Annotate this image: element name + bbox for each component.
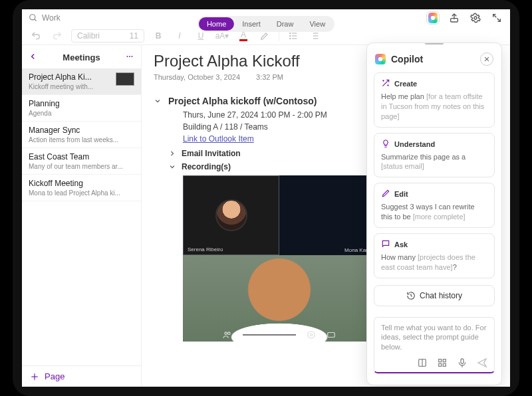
add-page-label: Page: [45, 371, 65, 381]
page-item[interactable]: East Coast TeamMany of our team members …: [22, 148, 141, 175]
svg-point-0: [30, 15, 35, 20]
page-item[interactable]: Manager SyncAction items from last weeks…: [22, 122, 141, 148]
share-icon: [449, 13, 460, 23]
card-body: Summarize this page as a [status email]: [381, 152, 487, 172]
ribbon-tabs: HomeInsertDrawView: [198, 16, 334, 32]
card-body: How many [projects does the east coast t…: [381, 252, 487, 272]
copilot-icon: [375, 54, 386, 64]
share-button[interactable]: [448, 11, 461, 25]
section-title: Meetings: [43, 52, 120, 62]
page-item-subtitle: Mona to lead Project Alpha ki...: [29, 189, 134, 197]
search-icon: [29, 13, 38, 23]
font-style-button[interactable]: aA▾: [215, 31, 229, 41]
add-page-button[interactable]: Page: [22, 365, 141, 387]
chevron-down-icon: [154, 97, 162, 105]
svg-rect-29: [439, 359, 442, 362]
page-item-subtitle: Many of our team members ar...: [29, 163, 134, 170]
page-item-subtitle: Kickoff meeting with...: [29, 83, 112, 90]
card-title: Create: [394, 80, 417, 88]
svg-point-15: [132, 56, 133, 57]
copilot-card-understand[interactable]: UnderstandSummarize this page as a [stat…: [374, 133, 495, 178]
chat-icon: [381, 239, 390, 250]
chevron-left-icon: [29, 52, 38, 61]
page-item[interactable]: Kickoff MeetingMona to lead Project Alph…: [22, 175, 141, 201]
section-more-button[interactable]: [125, 52, 134, 63]
collapse-toggle[interactable]: [154, 96, 163, 107]
copilot-composer[interactable]: Tell me what you want to do. For ideas, …: [374, 317, 495, 374]
send-icon[interactable]: [477, 357, 487, 368]
card-body: Suggest 3 ways I can rewrite this to be …: [381, 202, 487, 222]
undo-icon: [31, 31, 41, 41]
page-item[interactable]: Project Alpha Ki...Kickoff meeting with.…: [22, 68, 141, 95]
svg-rect-30: [443, 359, 446, 362]
redo-icon: [52, 31, 63, 41]
svg-rect-31: [439, 363, 442, 366]
card-body: Help me plan [for a team offsite in Tucs…: [381, 92, 487, 122]
bold-button[interactable]: B: [151, 31, 166, 41]
settings-button[interactable]: [469, 11, 482, 25]
search-box[interactable]: Work: [29, 13, 61, 23]
copilot-icon: [428, 13, 438, 23]
copilot-card-edit[interactable]: EditSuggest 3 ways I can rewrite this to…: [374, 183, 495, 228]
redo-button[interactable]: [50, 31, 65, 41]
gear-icon: [470, 13, 481, 23]
copilot-card-create[interactable]: CreateHelp me plan [for a team offsite i…: [374, 72, 495, 128]
grid-icon[interactable]: [437, 357, 448, 368]
pencil-icon: [381, 189, 390, 199]
close-button[interactable]: [480, 52, 493, 66]
people-icon: [223, 330, 232, 340]
svg-point-20: [308, 332, 315, 339]
tab-insert[interactable]: Insert: [234, 17, 269, 31]
tab-home[interactable]: Home: [199, 17, 234, 31]
page-thumbnail: [116, 72, 134, 86]
participant-video: [183, 255, 376, 342]
page-item[interactable]: PlanningAgenda: [22, 95, 141, 122]
back-button[interactable]: [29, 52, 38, 63]
page-item-title: Project Alpha Ki...: [29, 72, 112, 82]
font-style-icon: aA▾: [215, 31, 229, 41]
expand-icon: [491, 13, 502, 23]
fullscreen-button[interactable]: [490, 11, 503, 25]
plus-icon: [30, 372, 39, 381]
mic-icon[interactable]: [457, 357, 467, 368]
italic-button[interactable]: I: [172, 31, 187, 41]
svg-rect-33: [461, 359, 464, 363]
drag-handle[interactable]: [425, 43, 444, 45]
tab-view[interactable]: View: [301, 17, 333, 31]
chevron-down-icon[interactable]: [168, 163, 176, 171]
page-item-title: Planning: [29, 99, 134, 108]
font-size-value: 11: [130, 31, 138, 41]
tab-draw[interactable]: Draw: [269, 17, 302, 31]
recording-preview[interactable]: Serena Ribeiro Mona Kane: [183, 175, 376, 342]
svg-point-13: [127, 56, 128, 57]
svg-point-21: [310, 334, 313, 336]
italic-icon: I: [178, 31, 180, 41]
page-list-sidebar: Meetings Project Alpha Ki...Kickoff meet…: [22, 45, 142, 387]
recording-section-label: Recording(s): [182, 162, 231, 171]
svg-point-18: [225, 332, 227, 335]
font-family-select[interactable]: Calibri 11: [71, 29, 144, 43]
search-input[interactable]: Work: [42, 13, 61, 23]
chevron-right-icon[interactable]: [168, 149, 176, 157]
card-title: Edit: [394, 190, 408, 198]
bold-icon: B: [156, 31, 162, 41]
outlook-link[interactable]: Link to Outlook Item: [183, 134, 254, 144]
video-controls[interactable]: [183, 330, 376, 340]
more-icon: [125, 52, 134, 61]
chat-history-button[interactable]: Chat history: [374, 285, 495, 306]
book-icon[interactable]: [417, 357, 428, 368]
svg-rect-32: [443, 363, 446, 366]
composer-placeholder: Tell me what you want to do. For ideas, …: [381, 323, 487, 353]
page-item-subtitle: Agenda: [29, 110, 134, 117]
undo-button[interactable]: [29, 31, 43, 41]
history-icon: [406, 291, 416, 300]
page-time: 3:32 PM: [256, 73, 283, 81]
svg-rect-22: [328, 333, 335, 338]
copilot-button[interactable]: [426, 11, 440, 25]
copilot-panel: Copilot CreateHelp me plan [for a team o…: [366, 43, 502, 385]
svg-point-25: [383, 80, 384, 81]
card-title: Ask: [394, 241, 408, 248]
underline-button[interactable]: U: [194, 31, 208, 41]
page-date: Thursday, October 3, 2024: [154, 73, 240, 81]
copilot-card-ask[interactable]: AskHow many [projects does the east coas…: [374, 233, 495, 278]
